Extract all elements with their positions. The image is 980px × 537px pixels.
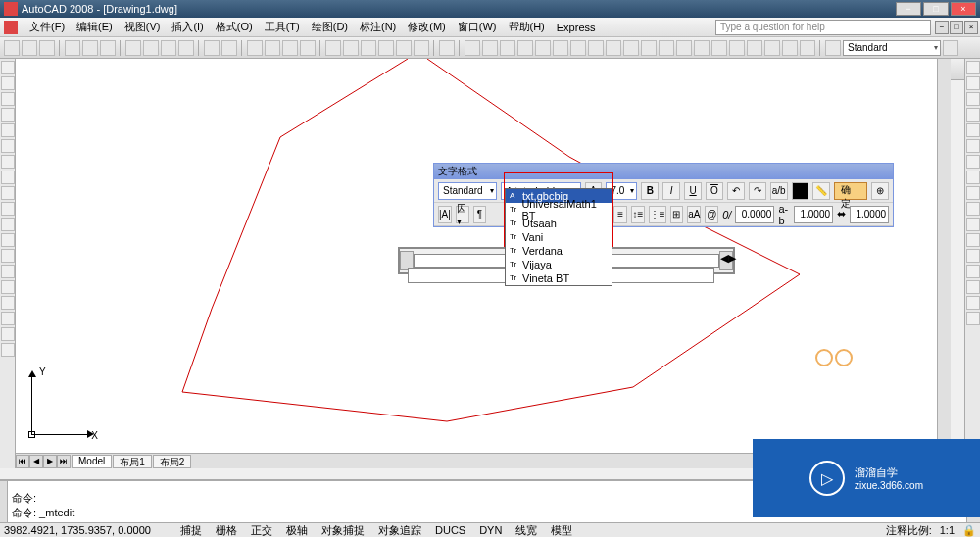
sheet-set-icon[interactable] <box>378 40 394 56</box>
menu-express[interactable]: Express <box>551 20 602 35</box>
textstyle-select[interactable]: Standard <box>438 182 497 200</box>
help-icon[interactable] <box>439 40 455 56</box>
tracking-input[interactable] <box>794 206 833 223</box>
dim-text-edit-icon[interactable] <box>782 40 798 56</box>
revcloud-icon[interactable] <box>1 171 15 184</box>
publish-icon[interactable] <box>100 40 116 56</box>
close-button[interactable]: × <box>951 2 976 16</box>
tab-prev-button[interactable]: ◀ <box>29 455 43 468</box>
dim-break-icon[interactable] <box>676 40 692 56</box>
linespacing-button[interactable]: ↕≡ <box>631 206 645 223</box>
jogged-linear-icon[interactable] <box>747 40 762 56</box>
rotate-icon[interactable] <box>966 155 980 169</box>
menu-insert[interactable]: 插入(I) <box>166 18 209 36</box>
mtext-icon[interactable] <box>825 40 841 56</box>
menu-file[interactable]: 文件(F) <box>24 18 71 36</box>
ok-button[interactable]: 确定 <box>834 182 867 200</box>
dim-diameter-icon[interactable] <box>570 40 586 56</box>
dim-baseline-icon[interactable] <box>623 40 639 56</box>
underline-button[interactable]: U <box>684 182 702 200</box>
dim-jogged-icon[interactable] <box>553 40 568 56</box>
design-center-icon[interactable] <box>343 40 359 56</box>
pan-icon[interactable] <box>247 40 263 56</box>
menu-dimension[interactable]: 标注(N) <box>354 18 402 36</box>
tool-palettes-icon[interactable] <box>361 40 376 56</box>
help-search-input[interactable]: Type a question for help <box>715 20 931 35</box>
plot-icon[interactable] <box>65 40 80 56</box>
ellipse-arc-icon[interactable] <box>1 218 15 231</box>
insert-field-button[interactable]: ⊞ <box>670 206 684 223</box>
match-props-icon[interactable] <box>178 40 194 56</box>
save-icon[interactable] <box>39 40 55 56</box>
gradient-icon[interactable] <box>1 296 15 310</box>
minimize-button[interactable]: − <box>896 2 921 16</box>
font-option[interactable]: TrVerdana <box>506 244 612 258</box>
polygon-icon[interactable] <box>1 108 15 122</box>
grid-toggle[interactable]: 栅格 <box>212 523 241 538</box>
table-icon[interactable] <box>1 327 15 341</box>
numbering-button[interactable]: ⋮≡ <box>649 206 666 223</box>
font-dropdown-list[interactable]: Atxt,gbcbig TrUniversalMath1 BT TrUtsaah… <box>505 188 612 286</box>
arc-icon[interactable] <box>1 139 15 153</box>
break-at-point-icon[interactable] <box>966 233 980 247</box>
doc-close-button[interactable]: × <box>964 21 978 34</box>
dim-edit-icon[interactable] <box>764 40 780 56</box>
mtext-justify-button[interactable]: 囚▾ <box>456 206 469 223</box>
symbol-button[interactable]: @ <box>705 206 718 223</box>
move-icon[interactable] <box>966 139 980 153</box>
region-icon[interactable] <box>1 312 15 325</box>
maximize-button[interactable]: □ <box>923 2 949 16</box>
quickcalc-icon[interactable] <box>414 40 429 56</box>
command-window-grip[interactable] <box>0 481 8 522</box>
tolerance-icon[interactable] <box>694 40 710 56</box>
ruler-right-handle[interactable]: ◀▶ <box>719 251 733 270</box>
dim-space-icon[interactable] <box>659 40 674 56</box>
font-option[interactable]: TrVijaya <box>506 258 612 271</box>
dim-linear-icon[interactable] <box>465 40 480 56</box>
chamfer-icon[interactable] <box>966 280 980 294</box>
polyline-icon[interactable] <box>1 92 15 106</box>
osnap-toggle[interactable]: 对象捕捉 <box>318 523 368 538</box>
textstyle-combo[interactable]: Standard <box>843 40 941 56</box>
new-icon[interactable] <box>4 40 20 56</box>
width-factor-input[interactable] <box>850 206 889 223</box>
dim-radius-icon[interactable] <box>535 40 551 56</box>
font-option[interactable]: TrVani <box>506 230 612 244</box>
fillet-icon[interactable] <box>966 296 980 310</box>
menu-window[interactable]: 窗口(W) <box>452 18 503 36</box>
mirror-icon[interactable] <box>966 92 980 106</box>
font-option[interactable]: TrUniversalMath1 BT <box>506 203 612 217</box>
italic-button[interactable]: I <box>662 182 680 200</box>
array-icon[interactable] <box>966 123 980 137</box>
undo-icon[interactable] <box>204 40 220 56</box>
stack-button[interactable]: a/b <box>770 182 788 200</box>
oblique-input[interactable] <box>735 206 774 223</box>
ortho-toggle[interactable]: 正交 <box>247 523 276 538</box>
columns-button[interactable]: |A| <box>438 206 452 223</box>
line-icon[interactable] <box>1 61 15 74</box>
menu-help[interactable]: 帮助(H) <box>503 18 551 36</box>
break-icon[interactable] <box>966 249 980 263</box>
menu-modify[interactable]: 修改(M) <box>402 18 452 36</box>
inspection-icon[interactable] <box>729 40 745 56</box>
circle-icon[interactable] <box>1 155 15 169</box>
make-block-icon[interactable] <box>1 249 15 263</box>
extend-icon[interactable] <box>966 218 980 231</box>
options-button[interactable]: ⊕ <box>871 182 889 200</box>
annoscale-lock-icon[interactable]: 🔒 <box>962 524 976 537</box>
snap-toggle[interactable]: 捕捉 <box>176 523 206 538</box>
stretch-icon[interactable] <box>966 186 980 200</box>
trim-icon[interactable] <box>966 202 980 216</box>
lwt-toggle[interactable]: 线宽 <box>512 523 541 538</box>
redo-text-button[interactable]: ↷ <box>749 182 766 200</box>
properties-icon[interactable] <box>325 40 341 56</box>
spline-icon[interactable] <box>1 186 15 200</box>
copy-object-icon[interactable] <box>966 76 980 90</box>
font-option[interactable]: TrVineta BT <box>506 271 612 285</box>
dim-update-icon[interactable] <box>800 40 815 56</box>
otrack-toggle[interactable]: 对象追踪 <box>374 523 425 538</box>
dim-ordinate-icon[interactable] <box>517 40 533 56</box>
vertical-scrollbar[interactable] <box>937 59 951 453</box>
tab-layout2[interactable]: 布局2 <box>153 455 192 468</box>
app-icon-small[interactable] <box>4 21 18 34</box>
